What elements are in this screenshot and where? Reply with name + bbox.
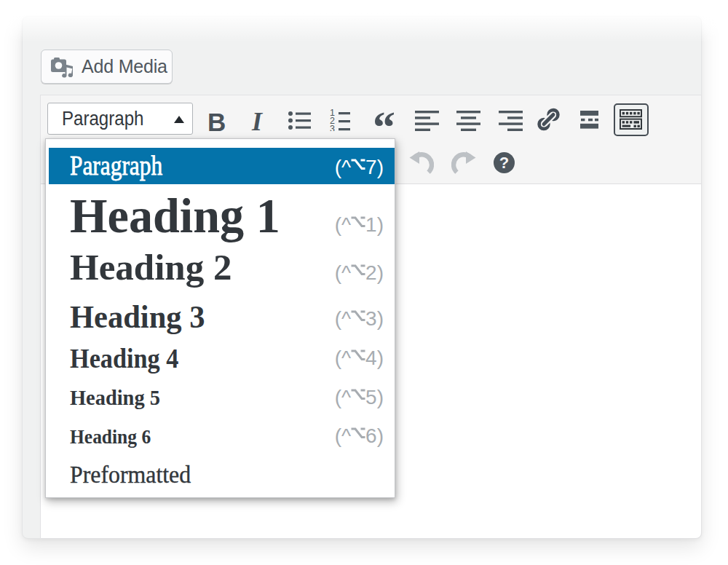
svg-text:3: 3 bbox=[330, 124, 335, 131]
